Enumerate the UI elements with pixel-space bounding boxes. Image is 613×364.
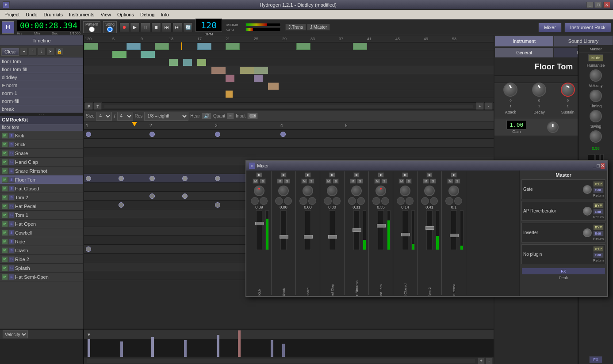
song-track-6[interactable]: break (0, 105, 83, 113)
reverb-byp[interactable]: BYP (593, 203, 604, 209)
ch-ft-eq2[interactable] (381, 197, 389, 205)
ch-stick-fader[interactable] (280, 210, 287, 250)
vel-bar-2[interactable] (120, 341, 123, 357)
crash-beat-1[interactable] (86, 246, 91, 252)
ch-kick-thumb[interactable] (255, 222, 264, 225)
song-radio[interactable] (107, 27, 113, 32)
mixer-fx-btn[interactable]: FX (521, 268, 605, 275)
t1-solo[interactable]: S (8, 212, 15, 218)
song-row-2[interactable] (84, 58, 494, 66)
song-row-3[interactable] (84, 66, 494, 74)
hs-mute[interactable]: M (2, 274, 8, 280)
hcl-solo[interactable]: S (8, 186, 15, 192)
ch-stick-m[interactable]: M (277, 178, 283, 184)
fx-btn[interactable]: FX (589, 356, 602, 363)
song-block[interactable] (126, 43, 141, 50)
song-block[interactable] (112, 51, 126, 58)
kick-beat-4[interactable] (280, 132, 286, 137)
ft-beat-5[interactable] (215, 176, 220, 181)
r2-mute[interactable]: M (2, 256, 8, 262)
res-select[interactable]: 1/8 – eighth (144, 112, 188, 121)
stick-mute[interactable]: M (2, 141, 8, 148)
ch-hcl-fader[interactable] (402, 210, 408, 250)
cut-btn[interactable]: ✂ (46, 48, 54, 56)
vel-bar-5[interactable] (217, 335, 219, 357)
menu-instruments[interactable]: Instruments (66, 11, 97, 18)
lock-btn[interactable]: 🔒 (55, 48, 63, 56)
ft-mute[interactable]: M (2, 177, 8, 183)
grid-row-stick[interactable] (84, 139, 494, 148)
ft-beat-4[interactable] (182, 176, 188, 181)
ch-t2-m[interactable]: M (423, 178, 429, 184)
ch-hcl-eq1[interactable] (397, 197, 405, 205)
song-block[interactable] (240, 67, 254, 74)
tag-btn[interactable]: T (94, 102, 102, 110)
song-row-0[interactable] (84, 42, 494, 50)
hp-beat-2[interactable] (215, 202, 220, 208)
ch-sr-fader[interactable] (353, 210, 360, 250)
rack-btn[interactable]: Instrument Rack (564, 23, 611, 32)
ch-hp-eq2[interactable] (454, 197, 462, 205)
maximize-btn[interactable]: □ (595, 2, 602, 8)
pause-btn[interactable]: ⏸ (141, 23, 150, 32)
ch-t2-eq1[interactable] (421, 197, 429, 205)
zoom-out-btn[interactable]: - (485, 102, 493, 110)
inverter-byp[interactable]: BYP (593, 224, 604, 230)
song-block[interactable] (226, 91, 233, 98)
song-row-5[interactable] (84, 82, 494, 90)
hs-solo[interactable]: S (8, 274, 15, 280)
menu-info[interactable]: Info (158, 11, 171, 18)
ch-stick-s[interactable]: S (284, 178, 290, 184)
sp-solo[interactable]: S (8, 265, 15, 271)
snare-mute[interactable]: M (2, 150, 8, 156)
gain-knob[interactable] (547, 121, 559, 133)
size-num-select[interactable]: 4 (96, 112, 112, 121)
swing-knob[interactable] (590, 130, 602, 143)
vel-bar-3[interactable] (151, 337, 154, 357)
mixer-titlebar[interactable]: H Mixer _ □ ✕ (246, 161, 607, 171)
loop-btn[interactable]: 🔄 (183, 23, 193, 32)
jmaster-btn[interactable]: J.Master (307, 24, 330, 30)
ch-stick-thumb[interactable] (280, 235, 288, 239)
ch-stick-eq2[interactable] (284, 197, 292, 205)
ch-hc-m[interactable]: M (326, 178, 332, 184)
song-block[interactable] (296, 43, 310, 50)
r2-solo[interactable]: S (8, 256, 15, 262)
down-btn[interactable]: ↓ (38, 48, 46, 56)
ch-ft-thumb[interactable] (377, 224, 386, 228)
jtrans-btn[interactable]: J.Trans (285, 24, 306, 30)
add-btn[interactable]: + (20, 48, 28, 56)
mixer-min[interactable]: _ (593, 163, 596, 169)
ch-t2-play[interactable]: ▶ (426, 172, 433, 178)
ch-snare-play[interactable]: ▶ (305, 172, 311, 178)
ch-hc-eq1[interactable] (324, 197, 332, 205)
ch-sr-eq1[interactable] (348, 197, 356, 205)
song-block[interactable] (155, 43, 169, 50)
track-crash[interactable]: M S Crash (0, 246, 83, 255)
inverter-knob[interactable] (583, 228, 592, 237)
track-hatpedal[interactable]: M S Hat Pedal (0, 202, 83, 211)
song-track-4[interactable]: norm-1 (0, 89, 83, 97)
ho-solo[interactable]: S (8, 221, 15, 227)
ch-snare-eq2[interactable] (308, 197, 316, 205)
master-mute-btn[interactable]: Mute (588, 54, 603, 61)
velocity-knob[interactable] (590, 90, 602, 102)
song-block[interactable] (197, 43, 211, 50)
vel-bar-1[interactable] (88, 339, 90, 357)
mixer-btn[interactable]: Mixer (538, 23, 562, 32)
hc-solo[interactable]: S (8, 159, 15, 165)
play-btn[interactable]: ▶ (130, 23, 140, 32)
song-block[interactable] (268, 83, 279, 90)
menu-debug[interactable]: Debug (138, 11, 157, 18)
ch-hp-thumb[interactable] (450, 234, 459, 237)
menu-view[interactable]: View (98, 11, 114, 18)
velocity-select[interactable]: Velocity (3, 330, 28, 338)
ch-snare-eq1[interactable] (299, 197, 307, 205)
song-block[interactable] (84, 43, 98, 50)
ch-hp-play[interactable]: ▶ (451, 172, 457, 178)
ch-hp-eq1[interactable] (445, 197, 453, 205)
ch-hcl-m[interactable]: M (398, 178, 405, 184)
stick-solo[interactable]: S (8, 141, 15, 148)
sr-mute[interactable]: M (2, 168, 8, 174)
song-block[interactable] (197, 59, 206, 66)
